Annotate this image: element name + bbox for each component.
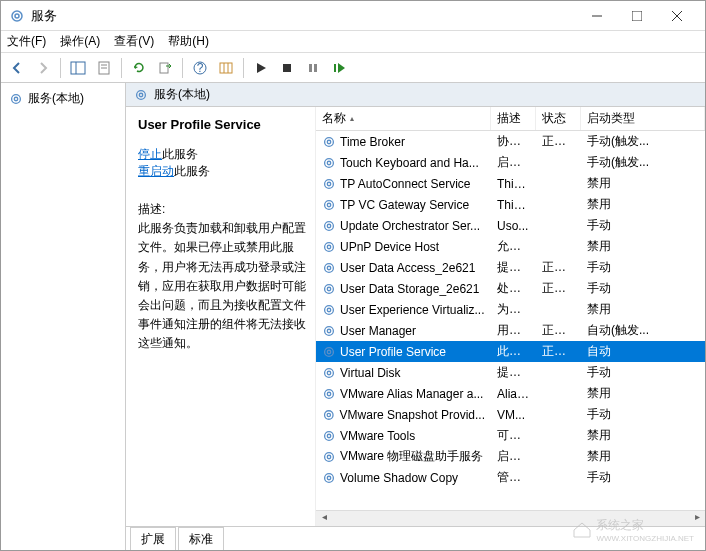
gear-icon	[322, 198, 336, 212]
service-desc: 协调...	[491, 131, 536, 152]
gear-icon	[322, 135, 336, 149]
forward-button[interactable]	[31, 56, 55, 80]
svg-point-29	[325, 179, 334, 188]
service-row[interactable]: User Data Access_2e621提供...正在...手动	[316, 257, 705, 278]
svg-point-38	[327, 266, 331, 270]
gear-icon	[322, 366, 336, 380]
sort-asc-icon: ▴	[350, 114, 354, 123]
service-row[interactable]: User Data Storage_2e621处理...正在...手动	[316, 278, 705, 299]
restart-service-line: 重启动此服务	[138, 163, 307, 180]
restart-link[interactable]: 重启动	[138, 164, 174, 178]
maximize-button[interactable]	[617, 2, 657, 30]
service-row[interactable]: Touch Keyboard and Ha...启用...手动(触发...	[316, 152, 705, 173]
service-row[interactable]: VMware Tools可支...禁用	[316, 425, 705, 446]
col-header-startup[interactable]: 启动类型	[581, 107, 705, 130]
service-row[interactable]: User Manager用户...正在...自动(触发...	[316, 320, 705, 341]
stop-link[interactable]: 停止	[138, 147, 162, 161]
refresh-button[interactable]	[127, 56, 151, 80]
col-header-status[interactable]: 状态	[536, 107, 581, 130]
service-desc: 启用...	[491, 152, 536, 173]
close-button[interactable]	[657, 2, 697, 30]
gear-icon	[9, 92, 23, 106]
watermark: 系统之家 WWW.XITONGZHIJIA.NET	[572, 517, 694, 543]
svg-point-58	[327, 476, 331, 480]
tab-extended[interactable]: 扩展	[130, 527, 176, 551]
service-rows[interactable]: Time Broker协调...正在...手动(触发...Touch Keybo…	[316, 131, 705, 510]
columns-button[interactable]	[214, 56, 238, 80]
service-desc: 此服...	[491, 341, 536, 362]
service-desc: Uso...	[491, 217, 536, 235]
restart-service-button[interactable]	[327, 56, 351, 80]
service-status	[536, 308, 581, 312]
pause-service-button[interactable]	[301, 56, 325, 80]
svg-point-53	[325, 431, 334, 440]
service-status	[536, 434, 581, 438]
svg-point-55	[325, 452, 334, 461]
menu-file[interactable]: 文件(F)	[7, 33, 46, 50]
service-desc: 启用...	[491, 446, 536, 467]
menu-view[interactable]: 查看(V)	[114, 33, 154, 50]
menu-help[interactable]: 帮助(H)	[168, 33, 209, 50]
gear-icon	[322, 303, 336, 317]
service-row[interactable]: User Experience Virtualiz...为应...禁用	[316, 299, 705, 320]
service-name: VMware Snapshot Provid...	[340, 408, 485, 422]
svg-point-45	[325, 347, 334, 356]
svg-point-26	[327, 140, 331, 144]
gear-icon	[322, 387, 336, 401]
export-button[interactable]	[153, 56, 177, 80]
service-row[interactable]: Virtual Disk提供...手动	[316, 362, 705, 383]
toolbar-separator	[243, 58, 244, 78]
service-row[interactable]: VMware Snapshot Provid...VM...手动	[316, 404, 705, 425]
show-hide-tree-button[interactable]	[66, 56, 90, 80]
service-row[interactable]: User Profile Service此服...正在...自动	[316, 341, 705, 362]
service-startup: 手动	[581, 257, 705, 278]
svg-point-39	[325, 284, 334, 293]
minimize-button[interactable]	[577, 2, 617, 30]
svg-point-41	[325, 305, 334, 314]
svg-rect-19	[314, 64, 317, 72]
service-row[interactable]: Update Orchestrator Ser...Uso...手动	[316, 215, 705, 236]
gear-icon	[322, 156, 336, 170]
tab-standard[interactable]: 标准	[178, 527, 224, 551]
description-label: 描述:	[138, 200, 307, 219]
service-name: VMware Alias Manager a...	[340, 387, 483, 401]
service-row[interactable]: TP AutoConnect ServiceThin...禁用	[316, 173, 705, 194]
properties-button[interactable]	[92, 56, 116, 80]
gear-icon	[322, 240, 336, 254]
svg-point-30	[327, 182, 331, 186]
back-button[interactable]	[5, 56, 29, 80]
stop-service-button[interactable]	[275, 56, 299, 80]
watermark-url: WWW.XITONGZHIJIA.NET	[596, 534, 694, 543]
col-header-name[interactable]: 名称▴	[316, 107, 491, 130]
svg-point-46	[327, 350, 331, 354]
svg-point-33	[325, 221, 334, 230]
service-row[interactable]: TP VC Gateway ServiceThin...禁用	[316, 194, 705, 215]
service-row[interactable]: Volume Shadow Copy管理...手动	[316, 467, 705, 488]
service-desc: Thin...	[491, 175, 536, 193]
service-row[interactable]: VMware Alias Manager a...Alias...禁用	[316, 383, 705, 404]
col-header-desc[interactable]: 描述	[491, 107, 536, 130]
gear-icon	[134, 88, 148, 102]
help-button[interactable]: ?	[188, 56, 212, 80]
toolbar: ?	[1, 53, 705, 83]
service-startup: 手动	[581, 215, 705, 236]
service-row[interactable]: UPnP Device Host允许...禁用	[316, 236, 705, 257]
service-row[interactable]: VMware 物理磁盘助手服务启用...禁用	[316, 446, 705, 467]
svg-point-22	[14, 97, 18, 101]
service-status: 正在...	[536, 320, 581, 341]
tree-node-services-local[interactable]: 服务(本地)	[5, 87, 121, 110]
gear-icon	[322, 429, 336, 443]
menu-action[interactable]: 操作(A)	[60, 33, 100, 50]
service-startup: 自动	[581, 341, 705, 362]
service-name: VMware Tools	[340, 429, 415, 443]
gear-icon	[322, 408, 336, 422]
service-row[interactable]: Time Broker协调...正在...手动(触发...	[316, 131, 705, 152]
svg-point-35	[325, 242, 334, 251]
scroll-left-icon[interactable]: ◂	[316, 511, 332, 526]
svg-point-24	[139, 93, 143, 97]
service-startup: 自动(触发...	[581, 320, 705, 341]
svg-point-51	[325, 410, 333, 418]
start-service-button[interactable]	[249, 56, 273, 80]
svg-point-27	[325, 158, 334, 167]
svg-point-52	[327, 413, 330, 416]
